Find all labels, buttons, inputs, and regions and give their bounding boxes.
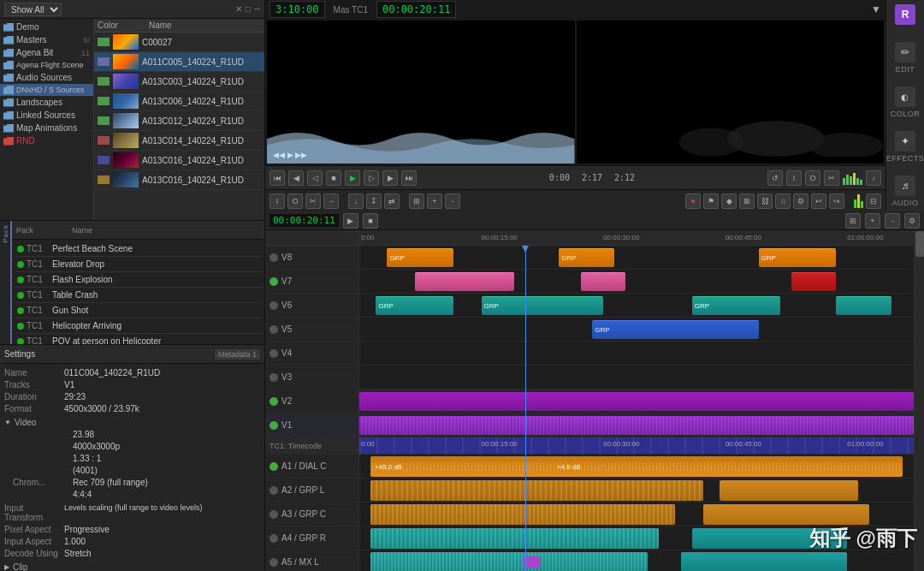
- skip-end-btn[interactable]: ⏭: [401, 170, 417, 186]
- clip-v7-3[interactable]: [791, 272, 836, 291]
- clip-section[interactable]: Clip: [4, 562, 260, 571]
- v5-enable[interactable]: [270, 325, 278, 334]
- fit-btn[interactable]: ⊞: [409, 193, 424, 209]
- undo-btn[interactable]: ↩: [811, 193, 826, 209]
- folder-rnd[interactable]: RND: [0, 134, 93, 147]
- tl-zoom-in-btn[interactable]: +: [865, 213, 880, 229]
- a5-enable[interactable]: [270, 558, 278, 567]
- a5-clip2[interactable]: [681, 552, 847, 571]
- video-section[interactable]: Video: [4, 418, 260, 427]
- folder-agena-bit[interactable]: Agena Bit 11: [0, 46, 93, 59]
- audio-btn[interactable]: ♪: [866, 170, 881, 186]
- link-btn[interactable]: ⛓: [757, 193, 773, 209]
- out-btn[interactable]: O: [287, 193, 303, 209]
- file-row[interactable]: A013C006_140224_R1UD: [94, 92, 264, 111]
- flag-btn[interactable]: ⚑: [703, 193, 719, 209]
- sound-item[interactable]: TC1 POV at person on Helicopter: [14, 334, 263, 344]
- play-rev-btn[interactable]: ◁: [307, 170, 323, 186]
- edit-tool[interactable]: ✏ EDIT: [895, 42, 915, 74]
- a3-clip2[interactable]: [703, 504, 869, 525]
- zoom-in-btn[interactable]: +: [427, 193, 442, 209]
- file-row[interactable]: A013C012_140224_R1UD: [94, 111, 264, 131]
- redo-btn[interactable]: ↪: [829, 193, 844, 209]
- select-btn[interactable]: →: [323, 193, 339, 209]
- sound-item[interactable]: TC1 Helicopter Arriving: [14, 318, 263, 334]
- sound-item[interactable]: TC1 Gun Shot: [14, 303, 263, 318]
- show-all-dropdown[interactable]: Show All: [4, 3, 62, 16]
- timeline-scrollbar[interactable]: [914, 230, 924, 571]
- insert-btn[interactable]: ↓: [348, 193, 364, 209]
- a1-clip[interactable]: +45.0 dB +4.9 dB: [370, 456, 903, 477]
- step-fwd-btn[interactable]: ▶: [382, 170, 398, 186]
- clip-v6-3[interactable]: GRP: [692, 296, 781, 315]
- audio-tool[interactable]: ♬ AUDIO: [891, 175, 918, 207]
- a4-clip[interactable]: [370, 528, 659, 549]
- tl-zoom-fit-btn[interactable]: ⊞: [845, 213, 861, 229]
- razor-btn[interactable]: ✂: [305, 193, 321, 209]
- clip-v8-3[interactable]: GRP: [759, 248, 837, 267]
- clip-v7-1[interactable]: [415, 272, 515, 291]
- v1-clip-full[interactable]: [359, 416, 914, 435]
- v1-enable[interactable]: [270, 421, 278, 430]
- scrollbar-thumb[interactable]: [915, 231, 924, 257]
- folder-landscapes[interactable]: Landscapes: [0, 96, 93, 109]
- monitor-menu-btn[interactable]: ▼: [871, 3, 881, 15]
- folder-audio[interactable]: Audio Sources: [0, 71, 93, 84]
- a2-enable[interactable]: [270, 486, 278, 495]
- folder-masters[interactable]: Masters 6/: [0, 33, 93, 46]
- clip-v7-2[interactable]: [581, 272, 625, 291]
- metadata-btn[interactable]: Metadata 1: [215, 349, 260, 360]
- sound-item[interactable]: TC1 Perfect Beach Scene: [14, 241, 263, 257]
- v4-enable[interactable]: [270, 349, 278, 358]
- tl-zoom-out-btn[interactable]: -: [885, 213, 900, 229]
- tl-stop-btn[interactable]: ■: [363, 213, 378, 229]
- red-dot-btn[interactable]: ●: [685, 193, 701, 209]
- snap-btn[interactable]: ⊠: [739, 193, 755, 209]
- overwrite-btn[interactable]: ↧: [366, 193, 382, 209]
- mark-out-btn[interactable]: O: [805, 170, 820, 186]
- file-row[interactable]: A011C005_140224_R1UD: [94, 52, 264, 72]
- clip-v6-2[interactable]: GRP: [482, 296, 604, 315]
- folder-dnxhd[interactable]: DNxHD / S Sources: [0, 84, 93, 96]
- folder-agena-flight[interactable]: Agena Flight Scene: [0, 59, 93, 71]
- sound-item[interactable]: TC1 Elevator Drop: [14, 257, 263, 272]
- step-back-btn[interactable]: ◀: [288, 170, 304, 186]
- a1-enable[interactable]: [270, 462, 278, 471]
- sound-item[interactable]: TC1 Table Crash: [14, 288, 263, 303]
- a5-clip[interactable]: [370, 552, 648, 571]
- folder-demo[interactable]: Demo: [0, 21, 93, 33]
- file-row[interactable]: A013C014_140224_R1UD: [94, 131, 264, 151]
- mark-in-btn[interactable]: I: [786, 170, 802, 186]
- skip-start-btn[interactable]: ⏮: [270, 170, 285, 186]
- a3-enable[interactable]: [270, 510, 278, 519]
- replace-btn[interactable]: ⇄: [384, 193, 400, 209]
- clip-v6-4[interactable]: [836, 296, 891, 315]
- a4-enable[interactable]: [270, 534, 278, 543]
- v8-enable[interactable]: [270, 253, 278, 262]
- clip-btn[interactable]: ✂: [824, 170, 839, 186]
- folder-linked[interactable]: Linked Sources: [0, 109, 93, 122]
- v2-clip-full[interactable]: [359, 392, 914, 411]
- effects-tool[interactable]: ✦ EFFECTS: [886, 131, 924, 163]
- a2-clip[interactable]: [370, 480, 703, 501]
- stop-btn[interactable]: ■: [326, 170, 341, 186]
- color-tool[interactable]: ◐ COLOR: [891, 86, 921, 118]
- audio-track-btn[interactable]: ♫: [775, 193, 791, 209]
- tl-settings-btn[interactable]: ⚙: [904, 213, 920, 229]
- in-btn[interactable]: I: [270, 193, 285, 209]
- loop-btn[interactable]: ↺: [767, 170, 783, 186]
- clip-v8-1[interactable]: GRP: [387, 248, 453, 267]
- v6-enable[interactable]: [270, 301, 278, 310]
- a3-clip[interactable]: [370, 504, 675, 525]
- clip-v6-1[interactable]: GRP: [376, 296, 453, 315]
- v7-enable[interactable]: [270, 277, 278, 286]
- a2-clip2[interactable]: [720, 480, 858, 501]
- folder-map[interactable]: Map Animations: [0, 122, 93, 134]
- zoom-out-btn[interactable]: -: [445, 193, 460, 209]
- clip-v8-2[interactable]: GRP: [559, 248, 614, 267]
- sound-item[interactable]: TC1 Flash Explosion: [14, 272, 263, 288]
- play-fast-btn[interactable]: ▷: [364, 170, 379, 186]
- file-row[interactable]: A013C016_140224_R1UD: [94, 170, 264, 190]
- program-monitor[interactable]: [577, 21, 885, 164]
- file-row[interactable]: A013C003_140224_R1UD: [94, 72, 264, 92]
